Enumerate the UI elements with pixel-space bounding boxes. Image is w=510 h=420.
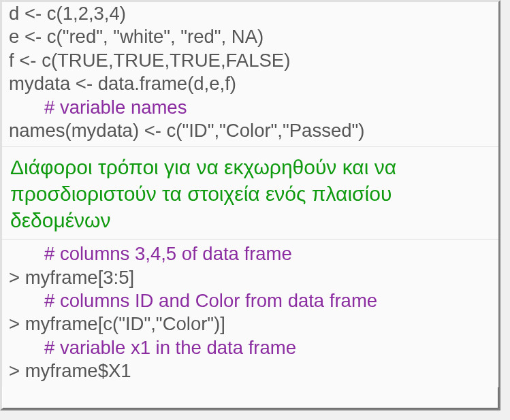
code-block-top: d <- c(1,2,3,4) e <- c("red", "white", "… [2,2,498,147]
code-comment: # variable names [9,96,187,119]
code-line: mydata <- data.frame(d,e,f) [9,73,236,94]
section-heading: Διάφοροι τρόποι για να εκχωρηθούν και να… [2,147,498,239]
code-comment: # columns ID and Color from data frame [9,289,377,312]
code-line: > myframe[3:5] [9,267,134,288]
code-line: > myframe[c("ID","Color")] [9,313,225,334]
document-frame: d <- c(1,2,3,4) e <- c("red", "white", "… [0,0,500,410]
code-line: names(mydata) <- c("ID","Color","Passed"… [9,120,364,141]
code-comment: # columns 3,4,5 of data frame [9,242,292,265]
code-line: d <- c(1,2,3,4) [9,3,126,24]
code-line: e <- c("red", "white", "red", NA) [9,26,264,47]
code-line: f <- c(TRUE,TRUE,TRUE,FALSE) [9,50,290,71]
code-comment: # variable x1 in the data frame [9,336,296,359]
code-block-bottom: # columns 3,4,5 of data frame > myframe[… [2,239,498,387]
code-line: > myframe$X1 [9,360,131,381]
